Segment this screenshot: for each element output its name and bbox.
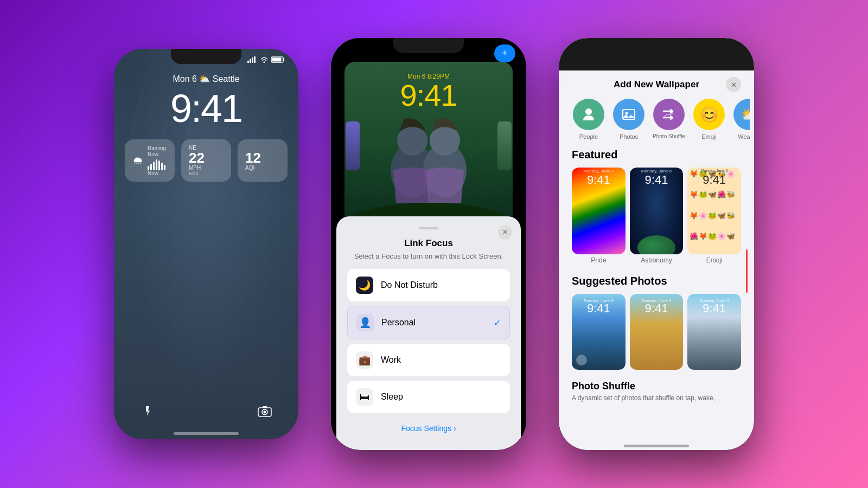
emoji-circle: 😊 [693,99,725,130]
people-circle [573,99,604,130]
emoji-e8: 🦋 [708,190,717,210]
astro-label: Astronomy [630,256,684,264]
people-icon [580,106,597,123]
photos-icon [621,107,636,122]
home-indicator-1 [174,432,239,435]
wallpaper-close-button[interactable]: ✕ [726,77,741,92]
plus-button[interactable]: + [494,44,515,62]
mph-label: MPH [189,165,205,171]
notch-3 [621,38,692,53]
svg-rect-0 [247,61,249,63]
wallpaper-modal: Add New Wallpaper ✕ People [563,70,750,450]
pride-background: Monday, June 6 9:41 [572,168,626,254]
icon-emoji[interactable]: 😊 Emoji [690,99,728,140]
lock-date-text: Mon 6 ⛅ Seattle [173,74,239,84]
bridge-time: 9:41 [572,301,626,316]
weather-widgets: 🌧 Raining Now Now [114,139,298,182]
emoji-e9: 🌺 [717,190,726,210]
emoji-e13: 🐸 [708,211,717,232]
focus-item-work[interactable]: 💼 Work [347,344,510,376]
icon-photo-shuffle[interactable]: Photo Shuffle [650,99,688,140]
icon-photos[interactable]: Photos [610,99,648,140]
dnd-icon: 🌙 [356,277,373,294]
photo-background: Mon 6 8:29PM 9:41 [344,62,513,230]
scrollbar-thumb [746,249,748,293]
emoji-background: 🦊🐸🦋🐝 🌸🦊🐸🦋 🌺🐝🦊🌸 🐸🦋🐝🌺 🦊🐸🌸🦋 Monday, June 6 … [687,168,741,254]
check-icon: ✓ [494,318,501,328]
link-focus-modal: ✕ Link Focus Select a Focus to turn on w… [336,216,521,450]
city-card-img: Sunday, June 5 9:41 [687,294,741,370]
wind-bar-5 [158,160,160,170]
photo-shuffle-section: Photo Shuffle A dynamic set of photos th… [563,374,750,405]
featured-card-astronomy[interactable]: Monday, June 6 9:41 Astronomy [630,168,684,264]
wallpaper-icons-row: People Photos [563,99,750,149]
now-label: Now [148,170,167,176]
work-icon: 💼 [356,351,373,369]
modal-close-button[interactable]: ✕ [498,225,512,239]
status-icons [247,56,285,63]
suggested-card-city[interactable]: Sunday, June 5 9:41 [687,294,741,370]
phone-2-photo: PHOTO + [331,38,526,450]
suggested-card-bridge[interactable]: Sunday, June 5 9:41 [572,294,626,370]
wind-bar-6 [161,163,163,170]
modal-handle [419,227,438,229]
wind-bar-3 [153,162,155,170]
phone-1-lockscreen: Mon 6 ⛅ Seattle 9:41 🌧 Raining Now [114,49,298,439]
shuffle-circle [653,99,685,130]
icon-weather[interactable]: ⛅ Weather [730,99,750,140]
wifi-icon [260,56,268,63]
wind-widget: NE 22 MPH 60m [181,139,231,182]
lock-time: 9:41 [114,86,298,131]
shuffle-label: Photo Shuffle [653,133,685,139]
astro-background: Monday, June 6 9:41 [630,168,684,254]
wind-time: 60m [189,171,205,176]
emoji-label: Emoji [701,133,717,140]
lock-time-value: 9:41 [170,87,242,130]
city-time: 9:41 [687,301,741,316]
battery-icon [271,56,285,63]
aqi-label: AQI [245,165,261,171]
emoji-card-label: Emoji [687,256,741,264]
wallpaper-header: Add New Wallpaper ✕ [563,70,750,99]
flashlight-icon[interactable] [136,399,159,423]
emoji-e19: 🌸 [717,232,726,252]
camera-icon[interactable] [253,399,277,423]
svg-point-8 [264,411,266,414]
pride-time-overlay: 9:41 [572,173,626,187]
rain-icon: 🌧 [132,155,143,167]
modal-subtitle: Select a Focus to turn on with this Lock… [347,252,510,260]
aqi-value: 12 [245,151,261,165]
wind-bars [148,157,167,170]
focus-settings-link[interactable]: Focus Settings › [347,418,510,439]
emoji-e11: 🦊 [690,211,698,232]
scrollbar-track [746,222,748,450]
emoji-date-overlay: Monday, June 6 [687,169,741,172]
emoji-time-overlay: 9:41 [687,173,741,187]
emoji-e10: 🐝 [726,190,735,210]
desert-time: 9:41 [630,301,684,316]
focus-item-personal[interactable]: 👤 Personal ✓ [347,306,510,339]
phone-3-wallpaper: Add New Wallpaper ✕ People [559,38,754,450]
featured-card-pride[interactable]: Monday, June 6 9:41 Pride [572,168,626,264]
photo-time: 9:41 [344,80,513,111]
desert-card-img: Sunday, June 5 9:41 [630,294,684,370]
focus-item-dnd[interactable]: 🌙 Do Not Disturb [347,269,510,301]
suggested-card-desert[interactable]: Sunday, June 5 9:41 [630,294,684,370]
focus-item-sleep[interactable]: 🛏 Sleep [347,381,510,413]
emoji-icon: 😊 [700,106,719,124]
emoji-e6: 🦊 [690,190,698,210]
weather-label: Weather [738,133,750,140]
svg-rect-1 [250,59,251,63]
icon-people[interactable]: People [570,99,608,140]
astro-time-overlay: 9:41 [630,173,684,187]
suggested-grid: Sunday, June 5 9:41 Sunday, June 5 9:41 [563,294,750,374]
emoji-e16: 🌺 [690,232,698,252]
emoji-e15: 🐝 [726,211,735,232]
featured-card-emoji[interactable]: 🦊🐸🦋🐝 🌸🦊🐸🦋 🌺🐝🦊🌸 🐸🦋🐝🌺 🦊🐸🌸🦋 Monday, June 6 … [687,168,741,264]
bridge-badge [576,355,587,365]
shuffle-icon [661,107,676,122]
aqi-widget: 12 AQI [238,139,288,182]
svg-rect-2 [252,57,253,63]
lock-bottom-icons [114,399,298,423]
photo-shuffle-title: Photo Shuffle [572,381,741,392]
